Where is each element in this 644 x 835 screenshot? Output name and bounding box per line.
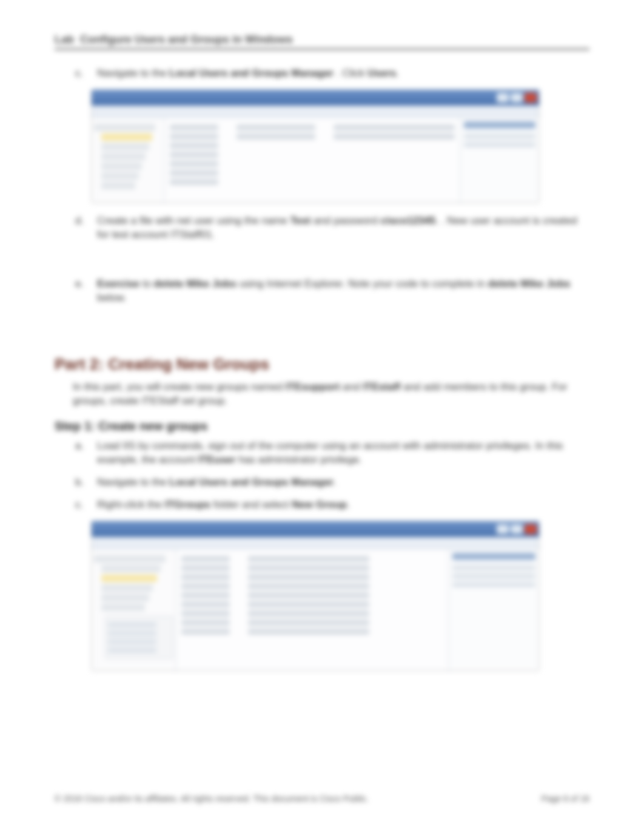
header-title: Configure Users and Groups in Windows	[80, 33, 293, 46]
step1-item-a: a. Load IIS by commands, sign out of the…	[75, 439, 589, 467]
list-cell	[248, 574, 369, 580]
list-cell	[170, 124, 218, 130]
actions-panel	[448, 549, 539, 671]
step-item-e: e. Exercise to delete Mike Jobs using In…	[75, 277, 589, 305]
tree-panel	[92, 549, 176, 671]
list-col	[181, 553, 230, 667]
footer-page-number: Page 6 of 16	[542, 794, 589, 803]
screenshot-groups-manager	[91, 521, 540, 671]
window-body	[92, 118, 539, 203]
tree-node	[101, 172, 139, 180]
action-item	[464, 142, 535, 147]
menu-item	[108, 622, 156, 627]
list-cell	[170, 179, 218, 185]
page-footer: © 2016 Cisco and/or its affiliates. All …	[55, 794, 589, 803]
document-page: Lab Configure Users and Groups in Window…	[0, 0, 644, 835]
action-item	[464, 134, 535, 139]
list-cell	[181, 565, 230, 571]
list-col	[236, 121, 315, 199]
step-heading: Step 1: Create new groups	[55, 419, 589, 433]
tree-node	[101, 143, 149, 150]
list-cell	[181, 592, 230, 598]
list-letter: b.	[75, 476, 86, 490]
close-icon	[525, 524, 537, 534]
close-icon	[525, 93, 537, 103]
menu-item	[108, 647, 156, 653]
answer-blank	[55, 314, 589, 334]
action-item	[452, 582, 535, 587]
action-item	[452, 573, 535, 579]
tree-node	[101, 153, 146, 160]
tree-node	[94, 555, 166, 563]
minimize-icon	[497, 93, 509, 103]
list-cell	[248, 610, 369, 617]
list-panel	[165, 118, 460, 203]
tree-node	[101, 584, 153, 592]
window-menubar	[92, 106, 539, 118]
list-letter: d.	[75, 214, 86, 242]
tree-node	[101, 604, 145, 611]
list-cell	[248, 629, 369, 635]
action-item	[452, 565, 535, 570]
step-text: Navigate to the Local Users and Groups M…	[97, 476, 337, 490]
tree-node	[101, 182, 135, 189]
list-letter: e.	[75, 277, 86, 305]
list-cell	[181, 610, 230, 617]
maximize-icon	[511, 93, 523, 103]
part-heading: Part 2: Creating New Groups	[55, 355, 589, 374]
list-panel	[176, 549, 448, 671]
list-cell	[248, 583, 369, 589]
step-text: Create a file with net user using the na…	[97, 214, 589, 242]
context-menu	[105, 616, 173, 659]
window-menubar	[92, 537, 539, 549]
tree-node	[94, 124, 155, 131]
list-cell	[170, 152, 218, 158]
tree-panel	[92, 118, 165, 203]
list-cell	[334, 134, 455, 140]
list-cell	[170, 134, 218, 140]
screenshot-users-manager	[91, 89, 540, 203]
list-cell	[236, 134, 315, 140]
tree-node	[101, 163, 142, 170]
list-cell	[170, 161, 218, 167]
list-cell	[248, 601, 369, 607]
window-titlebar	[92, 90, 539, 106]
list-cell	[170, 143, 218, 149]
step-item-c: c. Navigate to the Local Users and Group…	[75, 67, 589, 81]
list-cell	[181, 601, 230, 607]
list-letter: c.	[75, 498, 86, 512]
window-titlebar	[92, 521, 539, 537]
page-header: Lab Configure Users and Groups in Window…	[55, 33, 589, 50]
menu-item	[108, 639, 156, 644]
header-lab-label: Lab	[55, 33, 74, 46]
list-col	[334, 121, 455, 199]
tree-node	[101, 565, 161, 572]
list-cell	[334, 124, 455, 130]
answer-blank	[55, 251, 589, 271]
list-col	[170, 121, 218, 199]
minimize-icon	[497, 524, 509, 534]
list-cell	[248, 592, 369, 598]
list-col	[248, 553, 443, 667]
step-text: Load IIS by commands, sign out of the co…	[97, 439, 589, 467]
list-cell	[181, 629, 230, 635]
list-cell	[248, 620, 369, 626]
step-text: Right-click the ITGroups folder and sele…	[97, 498, 350, 512]
tree-node	[101, 594, 149, 601]
list-letter: a.	[75, 439, 86, 467]
tree-node-selected	[101, 575, 157, 582]
actions-panel	[460, 118, 539, 203]
step1-item-c: c. Right-click the ITGroups folder and s…	[75, 498, 589, 512]
list-cell	[181, 556, 230, 562]
list-cell	[181, 620, 230, 626]
actions-header	[452, 553, 535, 560]
window-body	[92, 549, 539, 671]
step-text: Navigate to the Local Users and Groups M…	[97, 67, 399, 81]
list-cell	[236, 124, 315, 130]
list-cell	[248, 556, 369, 562]
tree-node-selected	[101, 134, 152, 141]
part-intro: In this part, you will create new groups…	[73, 380, 589, 409]
list-cell	[181, 583, 230, 589]
list-cell	[181, 574, 230, 580]
footer-copyright: © 2016 Cisco and/or its affiliates. All …	[55, 794, 369, 803]
